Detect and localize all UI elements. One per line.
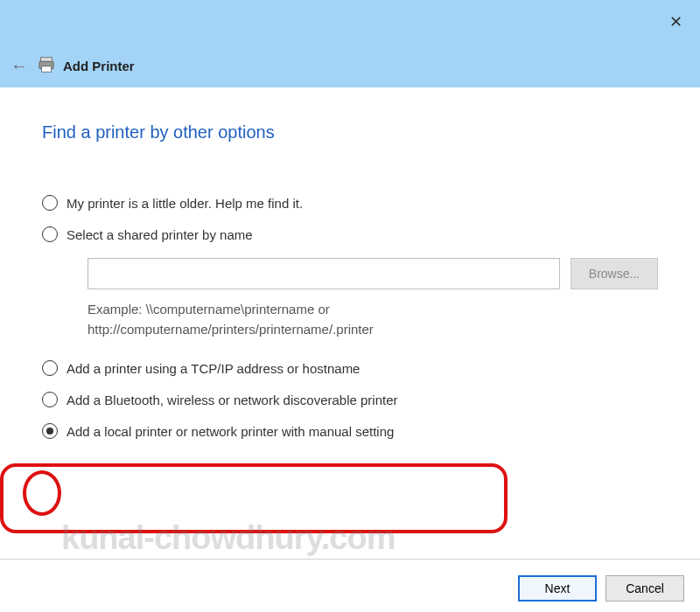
cancel-button[interactable]: Cancel bbox=[606, 575, 684, 602]
svg-point-3 bbox=[51, 63, 52, 65]
option-local-manual[interactable]: Add a local printer or network printer w… bbox=[42, 423, 674, 439]
option-label: My printer is a little older. Help me fi… bbox=[66, 196, 303, 211]
shared-printer-input[interactable] bbox=[88, 258, 560, 289]
option-label: Add a Bluetooth, wireless or network dis… bbox=[66, 393, 398, 407]
radio-icon[interactable] bbox=[42, 392, 58, 407]
browse-button[interactable]: Browse... bbox=[570, 258, 658, 289]
annotation-ellipse bbox=[23, 470, 61, 516]
printer-icon bbox=[37, 55, 56, 77]
option-bluetooth[interactable]: Add a Bluetooth, wireless or network dis… bbox=[42, 392, 674, 407]
radio-icon[interactable] bbox=[42, 423, 58, 439]
footer-divider bbox=[0, 559, 700, 560]
shared-input-row: Browse... bbox=[88, 258, 674, 289]
example-text: Example: \\computername\printername or h… bbox=[88, 300, 674, 339]
svg-rect-2 bbox=[42, 66, 52, 71]
option-label: Add a local printer or network printer w… bbox=[66, 424, 394, 439]
annotation-box bbox=[0, 463, 508, 533]
close-icon[interactable]: ✕ bbox=[669, 12, 682, 31]
option-label: Select a shared printer by name bbox=[66, 227, 253, 242]
option-tcpip[interactable]: Add a printer using a TCP/IP address or … bbox=[42, 360, 674, 376]
radio-icon[interactable] bbox=[42, 360, 58, 376]
radio-icon[interactable] bbox=[42, 195, 58, 211]
back-arrow-icon[interactable]: ← bbox=[9, 55, 30, 76]
wizard-header: ← Add Printer bbox=[0, 44, 700, 87]
header-title: Add Printer bbox=[63, 59, 135, 73]
content-area: Find a printer by other options My print… bbox=[0, 87, 700, 439]
watermark-text: kunal-chowdhury.com bbox=[61, 519, 395, 557]
option-older-printer[interactable]: My printer is a little older. Help me fi… bbox=[42, 195, 674, 211]
shared-printer-block: Browse... Example: \\computername\printe… bbox=[88, 258, 674, 339]
option-label: Add a printer using a TCP/IP address or … bbox=[66, 361, 360, 376]
example-line-2: http://computername/printers/printername… bbox=[88, 320, 674, 340]
next-button[interactable]: Next bbox=[518, 575, 597, 602]
page-heading: Find a printer by other options bbox=[42, 122, 674, 143]
option-shared-printer[interactable]: Select a shared printer by name bbox=[42, 226, 674, 242]
radio-icon[interactable] bbox=[42, 226, 58, 242]
footer-buttons: Next Cancel bbox=[518, 575, 684, 602]
svg-rect-0 bbox=[41, 57, 52, 61]
titlebar: ✕ bbox=[0, 0, 700, 44]
example-line-1: Example: \\computername\printername or bbox=[88, 300, 674, 320]
